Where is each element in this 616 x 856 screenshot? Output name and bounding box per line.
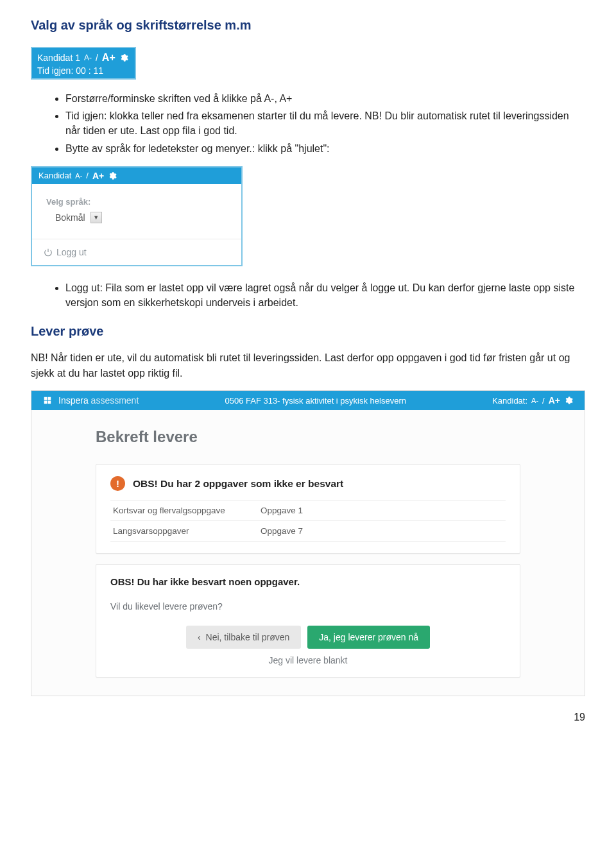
alert-text: OBS! Du har 2 oppgaver som ikke er besva… xyxy=(133,478,343,490)
kandidat-widget: Kandidat 1 A- / A+ Tid igjen: 00 : 11 xyxy=(31,47,136,80)
page-title: Bekreft levere xyxy=(96,428,520,446)
gear-icon[interactable] xyxy=(108,171,117,180)
bullets-bottom: Logg ut: Fila som er lastet opp vil være… xyxy=(31,280,585,310)
list-item: Logg ut: Fila som er lastet opp vil være… xyxy=(65,280,585,310)
alert-icon: ! xyxy=(110,476,125,491)
logout-label: Logg ut xyxy=(56,247,87,257)
heading-lever: Lever prøve xyxy=(31,324,585,339)
back-to-exam-button[interactable]: ‹ Nei, tilbake til prøven xyxy=(186,626,301,649)
table-row: Kortsvar og flervalgsoppgave Oppgave 1 xyxy=(110,501,506,521)
warning-paragraph: NB! Når tiden er ute, vil du automatisk … xyxy=(31,350,585,381)
list-item: Bytte av språk for ledetekster og menyer… xyxy=(65,141,585,156)
font-decrease-button[interactable]: A- xyxy=(75,172,82,180)
kandidat-label-small: Kandidat xyxy=(38,171,71,180)
logout-link[interactable]: Logg ut xyxy=(32,239,241,265)
back-button-label: Nei, tilbake til prøven xyxy=(206,632,290,642)
task-category: Langsvarsoppgaver xyxy=(113,526,261,536)
svg-rect-1 xyxy=(48,397,51,400)
exam-title: 0506 FAF 313- fysisk aktivitet i psykisk… xyxy=(139,396,492,406)
svg-rect-2 xyxy=(44,401,47,404)
confirm-question: Vil du likevel levere prøven? xyxy=(110,601,506,612)
svg-rect-0 xyxy=(44,397,47,400)
font-slash: / xyxy=(96,53,98,63)
language-select-label: Velg språk: xyxy=(32,184,241,212)
language-select-dropdown[interactable]: ▼ xyxy=(90,212,102,223)
gear-icon[interactable] xyxy=(119,53,128,62)
submit-exam-button[interactable]: Ja, jeg leverer prøven nå xyxy=(307,626,430,649)
inspera-logo-icon xyxy=(43,396,52,405)
language-panel: Kandidat A- / A+ Velg språk: Bokmål ▼ Lo… xyxy=(31,166,243,266)
task-number: Oppgave 7 xyxy=(261,526,303,536)
brand-name: Inspera assessment xyxy=(58,395,139,406)
font-increase-button[interactable]: A+ xyxy=(92,171,104,181)
bullets-top: Forstørre/forminske skriften ved å klikk… xyxy=(31,91,585,156)
kandidat-label: Kandidat 1 xyxy=(37,53,80,63)
font-decrease-button[interactable]: A- xyxy=(531,397,538,404)
language-selected-value: Bokmål xyxy=(55,212,85,223)
table-row: Langsvarsoppgaver Oppgave 7 xyxy=(110,521,506,542)
gear-icon[interactable] xyxy=(564,396,573,405)
submit-blank-link[interactable]: Jeg vil levere blankt xyxy=(110,655,506,665)
font-slash: / xyxy=(542,396,545,406)
time-remaining: Tid igjen: 00 : 11 xyxy=(37,65,128,76)
heading-valg: Valg av språk og skriftstørrelse m.m xyxy=(31,18,585,33)
font-increase-button[interactable]: A+ xyxy=(102,52,116,64)
font-slash: / xyxy=(86,171,89,180)
list-item: Forstørre/forminske skriften ved å klikk… xyxy=(65,91,585,106)
warning-no-answers: OBS! Du har ikke besvart noen oppgaver. xyxy=(110,576,506,587)
font-decrease-button[interactable]: A- xyxy=(84,53,92,62)
svg-rect-3 xyxy=(48,401,51,404)
power-icon xyxy=(44,248,53,257)
task-number: Oppgave 1 xyxy=(261,506,303,515)
list-item: Tid igjen: klokka teller ned fra eksamen… xyxy=(65,108,585,138)
font-increase-button[interactable]: A+ xyxy=(549,395,560,406)
page-number: 19 xyxy=(31,712,585,723)
inspera-confirm-screenshot: Inspera assessment 0506 FAF 313- fysisk … xyxy=(31,390,585,696)
task-category: Kortsvar og flervalgsoppgave xyxy=(113,506,261,515)
chevron-left-icon: ‹ xyxy=(198,632,201,642)
kandidat-right-label: Kandidat: xyxy=(492,396,527,406)
